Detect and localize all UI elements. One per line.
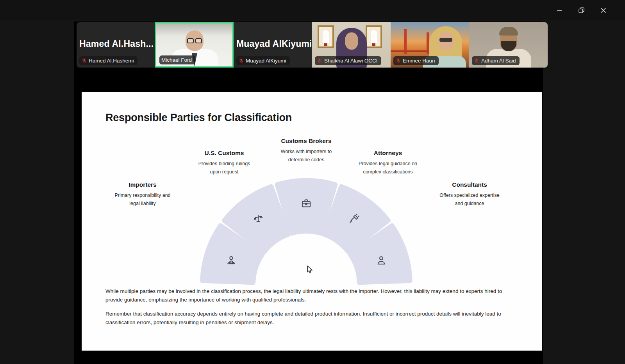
participant-name-label: Hamed Al.Hashemi [79,56,138,65]
window-controls [548,0,614,20]
participant-tile-muayad[interactable]: Muayad AlKiyumi Shaikha Al Alawi OCCI Mu… [234,22,312,68]
briefcase-icon [300,197,312,210]
restore-icon [578,7,585,14]
scales-icon [252,213,264,225]
mouse-cursor [307,266,314,276]
close-button[interactable] [592,0,614,20]
participant-name-label: Shaikha Al Alawi OCCI [315,56,381,65]
mic-muted-icon [81,58,87,64]
person-icon [375,255,388,267]
liability-paragraph: While multiple parties may be involved i… [105,287,514,304]
participant-filmstrip: Hamed Al.Hash... Hamed Al.Hashemi Michae… [77,22,548,68]
shared-slide: Responsible Parties for Classification I… [82,92,542,351]
minimize-button[interactable] [548,0,570,20]
participant-big-name: Hamed Al.Hash... [79,39,154,49]
window-titlebar [0,0,625,20]
restore-button[interactable] [570,0,592,20]
participant-tile-adham[interactable]: Adham Al Said [469,22,548,68]
people-icon [225,255,238,267]
participant-tile-emmee[interactable]: Emmee Haun [391,22,469,68]
participant-name-label: Adham Al Said [472,56,520,65]
participant-name-label: Shaikha Al Alawi OCCI Muayad AlKiyumi [236,56,290,65]
participant-tile-shaikha[interactable]: Shaikha Al Alawi OCCI [312,22,391,68]
participant-big-name: Muayad AlKiyumi [236,39,311,49]
participant-tile-michael-ford[interactable]: Michael Ford [155,22,234,68]
gavel-icon [348,213,360,225]
participant-name-label: Emmee Haun [393,56,439,65]
mic-muted-icon [238,58,244,64]
accuracy-paragraph: Remember that classification accuracy de… [105,310,514,327]
participant-name-label: Michael Ford [159,55,195,64]
minimize-icon [556,7,562,13]
mic-muted-icon [395,58,401,64]
participant-tile-hamed[interactable]: Hamed Al.Hash... Hamed Al.Hashemi [77,22,155,68]
mic-muted-icon [317,58,323,64]
close-icon [600,7,607,14]
mic-muted-icon [474,58,480,64]
